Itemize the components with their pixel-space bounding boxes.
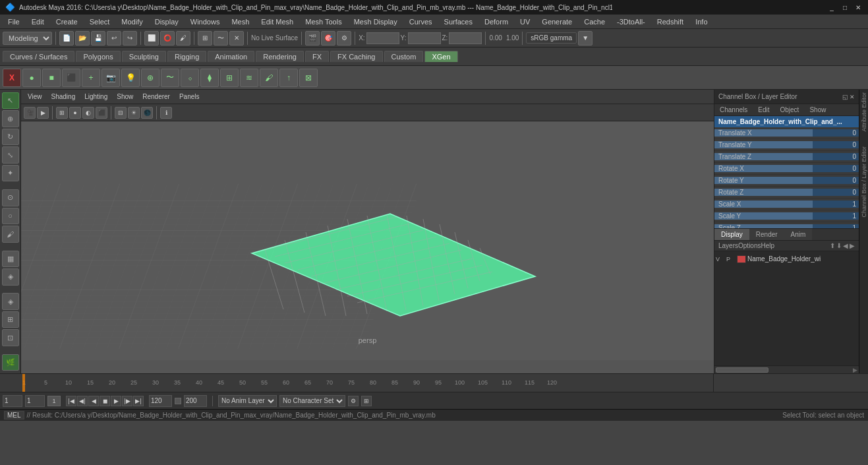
timeline-bar[interactable]: 1 5 10 15 20 25 30 35 40 45 50 55 60 65 …	[21, 374, 714, 392]
cb-tab-show[interactable]: Show	[804, 104, 831, 115]
menu-3dto[interactable]: -3DtoAll-	[612, 16, 651, 27]
vp-menu-lighting[interactable]: Lighting	[80, 92, 111, 101]
menu-curves[interactable]: Curves	[404, 16, 438, 27]
x-input[interactable]	[366, 32, 399, 44]
render-settings-button[interactable]: ⚙	[337, 31, 351, 46]
shelf-icon-cube[interactable]: ■	[42, 69, 61, 87]
attr-editor-tab[interactable]: Attribute Editor	[861, 92, 867, 132]
menu-modify[interactable]: Modify	[116, 16, 148, 27]
menu-mesh[interactable]: Mesh	[226, 16, 254, 27]
layer-icon-1[interactable]: ⬆	[830, 242, 835, 249]
vp-shadow-btn[interactable]: 🌑	[141, 107, 153, 119]
vp-smooth-btn[interactable]: ●	[69, 107, 81, 119]
menu-select[interactable]: Select	[84, 16, 115, 27]
stop-btn[interactable]: ◼	[100, 396, 110, 406]
shelf-icon-curve[interactable]: 〜	[161, 69, 179, 87]
vp-menu-show[interactable]: Show	[113, 92, 137, 101]
menu-surfaces[interactable]: Surfaces	[439, 16, 478, 27]
cb-tab-object[interactable]: Object	[775, 104, 805, 115]
color-profile-dropdown[interactable]: ▼	[578, 31, 593, 46]
shelf-icon-cylinder[interactable]: ⬛	[62, 69, 80, 87]
go-end-btn[interactable]: ▶|	[133, 396, 144, 406]
render-button[interactable]: 🎬	[305, 31, 320, 46]
go-start-btn[interactable]: |◀	[66, 396, 76, 406]
shelf-icon-lattice[interactable]: ⊞	[220, 69, 239, 87]
xgen-tool3[interactable]: ⊡	[2, 329, 19, 346]
menu-mesh-tools[interactable]: Mesh Tools	[300, 16, 347, 27]
vp-shaded-btn[interactable]: ◐	[82, 107, 94, 119]
save-file-button[interactable]: 💾	[91, 31, 105, 46]
shelf-tab-custom[interactable]: Custom	[384, 51, 424, 62]
cb-value-rz[interactable]: 0	[813, 189, 859, 196]
menu-windows[interactable]: Windows	[185, 16, 225, 27]
anim-settings-btn[interactable]: ⚙	[348, 396, 359, 406]
menu-info[interactable]: Info	[690, 16, 712, 27]
layer-scrollbar[interactable]: ▶	[714, 365, 859, 373]
shelf-icon-joint[interactable]: ⊕	[141, 69, 159, 87]
layer-icon-4[interactable]: ▶	[850, 242, 855, 249]
paint-tool-button[interactable]: 🖌	[176, 31, 190, 46]
vp-camera-btn[interactable]: 🎥	[24, 107, 36, 119]
vp-light-btn[interactable]: ☀	[128, 107, 140, 119]
maximize-button[interactable]: □	[840, 3, 850, 12]
layer-visibility-v[interactable]: V	[716, 256, 725, 263]
lasso-tool[interactable]: ○	[2, 208, 19, 224]
layer-menu-options[interactable]: Options	[738, 242, 761, 249]
menu-edit[interactable]: Edit	[26, 16, 49, 27]
xgen-tool2[interactable]: ⊞	[2, 311, 19, 328]
rotate-tool[interactable]: ↻	[2, 129, 19, 145]
layer-name[interactable]: Name_Badge_Holder_wi	[747, 255, 857, 263]
shelf-icon-wave[interactable]: ≋	[240, 69, 258, 87]
snap-grid-button[interactable]: ⊞	[198, 31, 212, 46]
layer-tab-anim[interactable]: Anim	[784, 229, 813, 240]
layer-icon-3[interactable]: ◀	[843, 242, 848, 249]
cb-tab-edit[interactable]: Edit	[753, 104, 774, 115]
shelf-icon-camera[interactable]: 📷	[101, 69, 120, 87]
redo-button[interactable]: ↪	[123, 31, 137, 46]
minimize-button[interactable]: _	[827, 3, 836, 12]
menu-cache[interactable]: Cache	[579, 16, 610, 27]
shelf-tab-sculpting[interactable]: Sculpting	[122, 51, 166, 62]
menu-file[interactable]: File	[3, 16, 25, 27]
vp-texture-btn[interactable]: ⬛	[96, 107, 107, 119]
cb-value-tz[interactable]: 0	[813, 153, 859, 160]
viewport-3d[interactable]: X Y Z persp	[21, 121, 714, 360]
shelf-tab-rendering[interactable]: Rendering	[256, 51, 304, 62]
universal-tool[interactable]: ✦	[2, 165, 19, 181]
vp-grid-btn[interactable]: ⊟	[115, 107, 127, 119]
vp-menu-renderer[interactable]: Renderer	[138, 92, 174, 101]
shelf-icon-sphere[interactable]: ●	[22, 69, 41, 87]
layer-menu-help[interactable]: Help	[761, 242, 774, 249]
menu-edit-mesh[interactable]: Edit Mesh	[256, 16, 299, 27]
anim-layer-dropdown[interactable]: No Anim Layer	[218, 395, 277, 407]
display-layer-tool[interactable]: ▦	[2, 251, 19, 267]
lasso-tool-button[interactable]: ⭕	[160, 31, 175, 46]
vp-menu-view[interactable]: View	[24, 92, 46, 101]
shelf-icon-deform[interactable]: ⧫	[200, 69, 219, 87]
xgen-tool1[interactable]: ◈	[2, 293, 19, 309]
step-back-btn[interactable]: ◀|	[77, 396, 88, 406]
play-back-btn[interactable]: ◀	[88, 396, 99, 406]
cb-tab-channels[interactable]: Channels	[714, 104, 753, 115]
shelf-tab-curves[interactable]: Curves / Surfaces	[3, 51, 74, 62]
close-button[interactable]: ✕	[854, 3, 863, 12]
frame-secondary[interactable]	[25, 395, 45, 407]
step-fwd-btn[interactable]: |▶	[122, 396, 132, 406]
layer-menu-layers[interactable]: Layers	[718, 242, 738, 249]
new-file-button[interactable]: 📄	[59, 31, 74, 46]
y-input[interactable]	[408, 32, 441, 44]
ipr-button[interactable]: 🎯	[321, 31, 335, 46]
shelf-icon-light[interactable]: 💡	[121, 69, 140, 87]
cb-value-rx[interactable]: 0	[813, 165, 859, 172]
cb-value-sy[interactable]: 1	[813, 212, 859, 220]
frame-current[interactable]	[3, 395, 22, 407]
shelf-tab-rigging[interactable]: Rigging	[167, 51, 206, 62]
snap-point-button[interactable]: ✕	[229, 31, 244, 46]
channel-box-tab[interactable]: Channel Box / Layer Editor	[861, 146, 867, 218]
move-tool[interactable]: ⊕	[2, 110, 19, 127]
layer-icon-2[interactable]: ⬇	[836, 242, 842, 249]
snap-curve-button[interactable]: 〜	[214, 31, 228, 46]
select-tool[interactable]: ↖	[2, 92, 19, 109]
layer-color-swatch[interactable]	[737, 255, 746, 263]
menu-deform[interactable]: Deform	[479, 16, 513, 27]
